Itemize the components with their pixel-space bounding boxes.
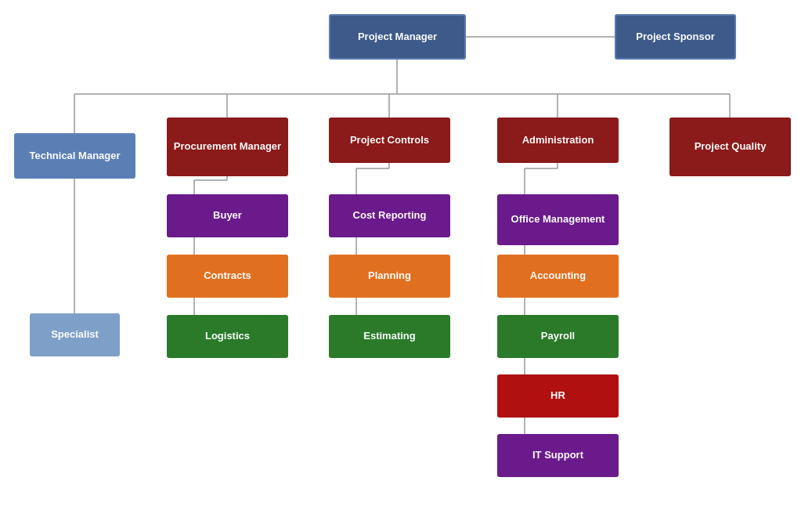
office-management-node: Office Management (497, 194, 619, 245)
cost-reporting-node: Cost Reporting (329, 194, 450, 237)
contracts-node: Contracts (167, 255, 288, 298)
project-controls-node: Project Controls (329, 118, 450, 163)
technical-manager-node: Technical Manager (14, 133, 135, 179)
specialist-node: Specialist (30, 313, 120, 356)
procurement-manager-node: Procurement Manager (167, 118, 288, 176)
org-chart: Project ManagerProject SponsorTechnical … (0, 0, 812, 528)
buyer-node: Buyer (167, 194, 288, 237)
it-support-node: IT Support (497, 434, 619, 477)
logistics-node: Logistics (167, 315, 288, 358)
estimating-node: Estimating (329, 315, 450, 358)
payroll-node: Payroll (497, 315, 619, 358)
planning-node: Planning (329, 255, 450, 298)
project-sponsor-node: Project Sponsor (615, 14, 736, 60)
accounting-node: Accounting (497, 255, 619, 298)
administration-node: Administration (497, 118, 619, 163)
project-manager-node: Project Manager (329, 14, 466, 60)
project-quality-node: Project Quality (669, 118, 791, 176)
hr-node: HR (497, 374, 619, 418)
